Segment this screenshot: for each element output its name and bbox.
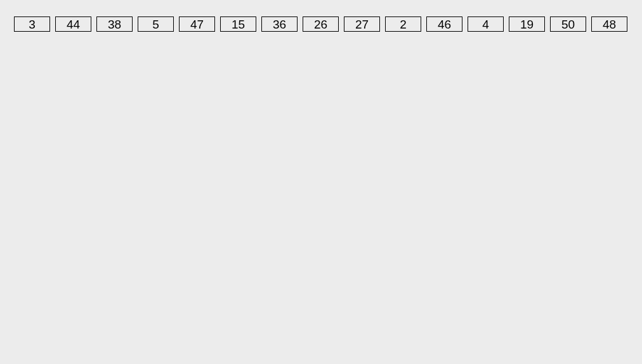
cell-9: 2 <box>385 16 421 32</box>
cell-3: 5 <box>138 16 174 32</box>
number-row: 3 44 38 5 47 15 36 26 27 2 46 4 19 50 48 <box>14 16 628 32</box>
cell-0: 3 <box>14 16 50 32</box>
cell-1: 44 <box>55 16 91 32</box>
cell-14: 48 <box>591 16 627 32</box>
cell-5: 15 <box>220 16 256 32</box>
cell-11: 4 <box>468 16 504 32</box>
cell-7: 26 <box>303 16 339 32</box>
cell-6: 36 <box>261 16 298 32</box>
cell-2: 38 <box>96 16 133 32</box>
cell-12: 19 <box>509 16 545 32</box>
cell-10: 46 <box>426 16 462 32</box>
cell-4: 47 <box>179 16 215 32</box>
cell-13: 50 <box>550 16 586 32</box>
cell-8: 27 <box>344 16 380 32</box>
